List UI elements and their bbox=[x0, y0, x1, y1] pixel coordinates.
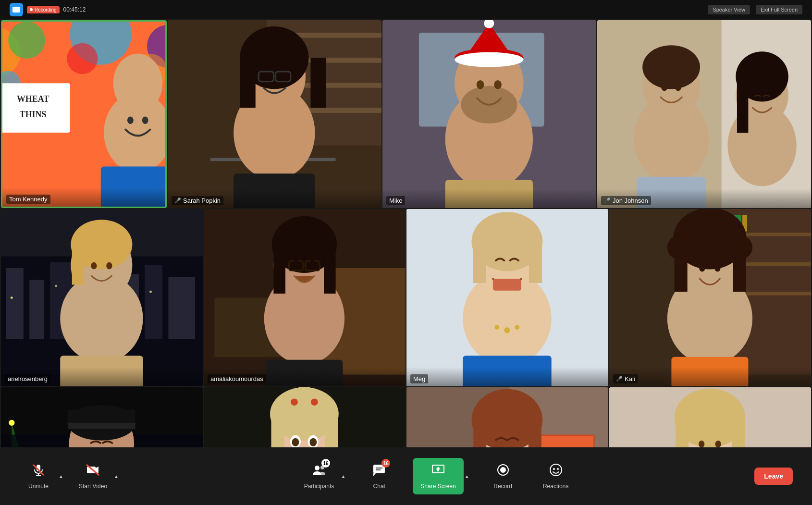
svg-point-148 bbox=[291, 399, 298, 406]
svg-rect-73 bbox=[72, 243, 84, 284]
video-icon bbox=[86, 463, 100, 480]
video-cell-amalia: amaliakoumourdas bbox=[204, 209, 406, 386]
kali-mic-icon: 🎤 bbox=[616, 376, 623, 382]
svg-point-100 bbox=[504, 327, 510, 333]
svg-point-66 bbox=[11, 296, 13, 299]
svg-point-74 bbox=[91, 262, 97, 270]
svg-rect-65 bbox=[168, 277, 195, 339]
video-row-1: WHEAT THINS Tom Kennedy bbox=[1, 20, 811, 208]
svg-text:WHEAT: WHEAT bbox=[17, 94, 49, 104]
svg-rect-99 bbox=[463, 356, 552, 386]
svg-point-147 bbox=[309, 396, 327, 414]
participants-arrow[interactable]: ▲ bbox=[341, 474, 345, 479]
svg-point-117 bbox=[675, 225, 696, 246]
svg-point-151 bbox=[292, 438, 299, 446]
svg-rect-60 bbox=[6, 268, 24, 339]
zoom-logo bbox=[10, 3, 23, 16]
svg-point-40 bbox=[455, 52, 523, 67]
svg-point-75 bbox=[106, 262, 112, 270]
svg-point-101 bbox=[495, 325, 500, 330]
reactions-icon-svg bbox=[549, 463, 563, 477]
video-cell-sarah: 🎤 Sarah Popkin bbox=[168, 20, 381, 208]
unmute-button[interactable]: Unmute bbox=[19, 459, 58, 493]
svg-point-146 bbox=[281, 396, 299, 414]
tom-name-label: Tom Kennedy bbox=[6, 195, 50, 204]
share-screen-icon-svg bbox=[431, 463, 445, 477]
svg-point-15 bbox=[142, 117, 148, 124]
svg-rect-84 bbox=[324, 243, 336, 294]
svg-point-42 bbox=[477, 80, 484, 89]
svg-rect-64 bbox=[145, 265, 162, 339]
svg-rect-98 bbox=[493, 279, 521, 291]
start-video-button[interactable]: Start Video bbox=[73, 459, 113, 493]
svg-point-69 bbox=[149, 291, 152, 293]
tom-bg-svg: WHEAT THINS bbox=[2, 22, 165, 207]
svg-point-204 bbox=[553, 468, 555, 470]
share-screen-arrow[interactable]: ▲ bbox=[465, 474, 469, 479]
top-bar: Recording 00:45:12 Speaker View Exit Ful… bbox=[0, 0, 812, 19]
participants-icon: 16 bbox=[312, 463, 326, 480]
svg-point-50 bbox=[642, 45, 700, 89]
reactions-icon bbox=[549, 463, 563, 480]
ariel-bg-svg bbox=[1, 209, 203, 386]
mike-bg-svg bbox=[382, 20, 596, 208]
svg-point-14 bbox=[127, 117, 134, 124]
video-grid: WHEAT THINS Tom Kennedy bbox=[0, 19, 812, 447]
svg-rect-123 bbox=[671, 357, 748, 387]
participants-button[interactable]: 16 Participants bbox=[298, 459, 340, 493]
svg-rect-44 bbox=[445, 180, 533, 208]
svg-point-2 bbox=[8, 22, 45, 59]
svg-rect-83 bbox=[273, 243, 285, 294]
video-row-2: arielrosenberg bbox=[1, 209, 811, 386]
svg-point-126 bbox=[9, 420, 14, 426]
svg-rect-135 bbox=[68, 423, 135, 429]
svg-rect-119 bbox=[675, 245, 688, 292]
video-cell-tom: WHEAT THINS Tom Kennedy bbox=[1, 20, 167, 208]
svg-point-122 bbox=[714, 265, 720, 272]
kali-name-label: 🎤 Kali bbox=[613, 374, 638, 383]
svg-rect-96 bbox=[473, 242, 486, 283]
reactions-button[interactable]: Reactions bbox=[537, 459, 575, 493]
meg-bg-svg bbox=[406, 209, 608, 386]
video-cell-kali: 🎤 Kali bbox=[609, 209, 811, 386]
jon-bg-svg bbox=[597, 20, 811, 208]
leave-button[interactable]: Leave bbox=[754, 468, 793, 485]
start-video-arrow[interactable]: ▲ bbox=[114, 474, 119, 479]
svg-rect-61 bbox=[29, 280, 44, 339]
svg-point-153 bbox=[309, 438, 317, 446]
record-icon-svg bbox=[496, 463, 510, 477]
svg-rect-97 bbox=[529, 242, 542, 283]
video-cell-mike: Mike bbox=[382, 20, 596, 208]
svg-point-52 bbox=[675, 84, 681, 91]
record-button[interactable]: Record bbox=[484, 459, 522, 493]
meg-name-label: Meg bbox=[410, 374, 428, 383]
svg-rect-90 bbox=[266, 360, 343, 386]
svg-point-51 bbox=[661, 84, 667, 91]
svg-point-88 bbox=[293, 260, 299, 267]
chat-badge: 16 bbox=[381, 459, 390, 468]
recording-badge: Recording bbox=[27, 6, 60, 13]
speaker-view-button[interactable]: Speaker View bbox=[708, 5, 750, 14]
unmute-arrow[interactable]: ▲ bbox=[59, 474, 63, 479]
share-screen-button[interactable]: Share Screen bbox=[413, 458, 463, 494]
svg-point-192 bbox=[315, 466, 320, 470]
chat-button[interactable]: 16 Chat bbox=[360, 459, 398, 493]
meeting-timer: 00:45:12 bbox=[63, 6, 86, 13]
svg-rect-27 bbox=[310, 58, 326, 108]
svg-point-89 bbox=[309, 260, 315, 267]
start-video-group: Start Video ▲ bbox=[73, 459, 119, 493]
svg-point-121 bbox=[699, 265, 705, 272]
fullscreen-button[interactable]: Exit Full Screen bbox=[756, 5, 802, 14]
amalia-bg-svg bbox=[204, 209, 406, 386]
chat-icon: 16 bbox=[372, 463, 386, 480]
mike-name-label: Mike bbox=[386, 196, 405, 205]
svg-point-12 bbox=[113, 54, 162, 113]
unmute-icon bbox=[31, 463, 46, 480]
svg-point-118 bbox=[724, 225, 745, 246]
ariel-name-label: arielrosenberg bbox=[5, 374, 50, 383]
svg-point-203 bbox=[550, 464, 562, 476]
svg-rect-13 bbox=[101, 167, 165, 207]
top-bar-right: Speaker View Exit Full Screen bbox=[708, 5, 802, 14]
svg-point-5 bbox=[67, 43, 98, 74]
svg-rect-57 bbox=[737, 76, 748, 133]
